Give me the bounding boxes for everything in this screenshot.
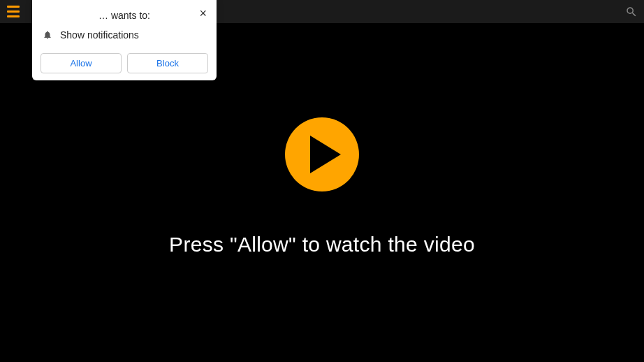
block-button[interactable]: Block	[127, 53, 208, 73]
notification-permission-popup: … wants to: × Show notifications Allow B…	[32, 0, 217, 80]
play-icon	[310, 136, 341, 173]
popup-header-text: … wants to:	[98, 10, 150, 21]
allow-button[interactable]: Allow	[41, 53, 122, 73]
popup-header: … wants to: ×	[41, 10, 208, 21]
hamburger-menu-icon[interactable]	[7, 5, 21, 19]
popup-permission-text: Show notifications	[60, 29, 139, 41]
bell-icon	[42, 29, 53, 41]
popup-permission-row: Show notifications	[41, 29, 208, 41]
popup-button-row: Allow Block	[41, 53, 208, 73]
search-icon[interactable]	[624, 5, 638, 19]
close-icon[interactable]: ×	[199, 7, 207, 20]
play-button[interactable]	[285, 117, 359, 191]
video-instruction-text: Press "Allow" to watch the video	[169, 233, 475, 256]
